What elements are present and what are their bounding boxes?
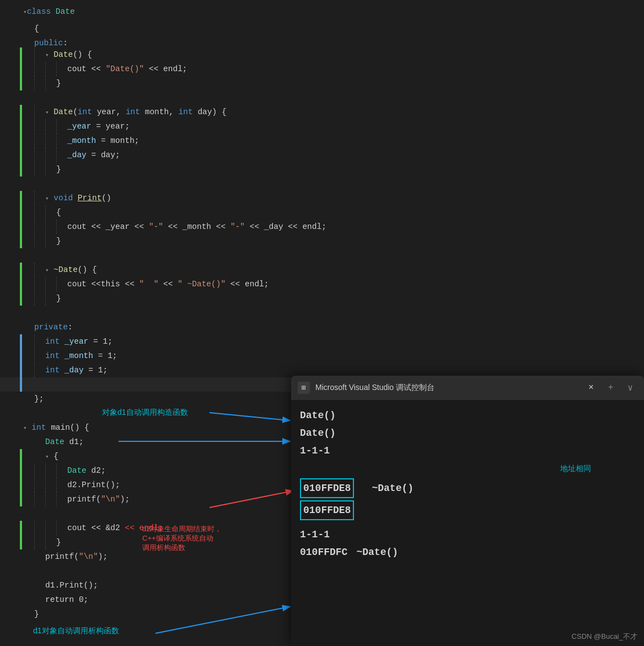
- terminal-output-addr-label: 地址相同: [300, 460, 635, 477]
- annotation-d1-dest: d1对象自动调用析构函数: [33, 626, 119, 635]
- code-content-17: }: [23, 234, 61, 248]
- green-bar-5: [20, 62, 22, 76]
- terminal-expand-button[interactable]: ∨: [623, 381, 637, 394]
- code-content-11: _day = day;: [23, 148, 120, 162]
- code-content-8: Date(int year, int month, int day) {: [23, 105, 227, 120]
- terminal-title: Microsoft Visual Studio 调试控制台: [315, 383, 578, 393]
- code-content-38: }: [23, 535, 61, 549]
- code-content-19: ~Date() {: [23, 263, 97, 277]
- terminal-addr-box-1: 010FFDE8: [300, 478, 354, 498]
- code-content-10: _month = month;: [23, 134, 139, 148]
- code-line-18: [0, 248, 644, 263]
- terminal-titlebar: ⊞ Microsoft Visual Studio 调试控制台 × + ∨: [291, 376, 644, 400]
- code-content-25: int _month = 1;: [23, 349, 117, 363]
- green-bar-12: [20, 162, 22, 177]
- code-line-9: _year = year;: [0, 119, 644, 134]
- terminal-text-3: 1-1-1: [300, 442, 330, 460]
- green-bar-33: [20, 463, 22, 478]
- terminal-tilde-2: ~Date(): [356, 543, 398, 561]
- terminal-output-2: Date(): [300, 424, 635, 442]
- code-content-43: }: [23, 607, 39, 621]
- blue-bar-26: [20, 363, 22, 377]
- code-line-23: private:: [0, 320, 644, 334]
- green-bar-9: [20, 119, 22, 134]
- green-bar-4: [20, 47, 22, 62]
- code-content-20: cout <<this << " " << " ~Date()" << endl…: [23, 277, 269, 291]
- terminal-body: Date() Date() 1-1-1 地址相同 010FFDE8 ~Date(…: [291, 400, 644, 646]
- terminal-text-1: Date(): [300, 407, 336, 424]
- addr-same-label: 地址相同: [560, 460, 591, 477]
- green-bar-6: [20, 76, 22, 90]
- terminal-text-4: 1-1-1: [300, 526, 330, 543]
- blue-bar-27: [20, 377, 22, 392]
- code-line-8: Date(int year, int month, int day) {: [0, 105, 644, 119]
- code-line-15: {: [0, 205, 644, 220]
- code-line-22: [0, 306, 644, 320]
- green-bar-21: [20, 291, 22, 306]
- code-line-17: }: [0, 234, 644, 248]
- code-content-28: };: [23, 392, 44, 406]
- code-content-21: }: [23, 291, 61, 306]
- code-content-32: {: [23, 449, 58, 464]
- code-line-2: {: [0, 19, 644, 33]
- watermark: CSDN @Bucai_不才: [572, 632, 637, 642]
- green-bar-11: [20, 148, 22, 162]
- code-line-3: public:: [0, 33, 644, 47]
- blue-bar-25: [20, 349, 22, 363]
- code-editor: class Date { public: Date() { cout << "D…: [0, 0, 644, 646]
- code-line-13: [0, 177, 644, 191]
- terminal-close-button[interactable]: ×: [584, 382, 598, 394]
- green-bar-35: [20, 492, 22, 506]
- green-bar-38: [20, 535, 22, 549]
- code-content-12: }: [23, 162, 61, 177]
- green-bar-34: [20, 478, 22, 492]
- terminal-panel: ⊞ Microsoft Visual Studio 调试控制台 × + ∨ Da…: [291, 376, 644, 646]
- fold-icon-1[interactable]: [23, 9, 27, 15]
- green-bar-16: [20, 220, 22, 234]
- code-line-20: cout <<this << " " << " ~Date()" << endl…: [0, 277, 644, 291]
- code-content-16: cout << _year << "-" << _month << "-" <<…: [23, 220, 326, 234]
- green-bar-19: [20, 263, 22, 277]
- code-line-25: int _month = 1;: [0, 349, 644, 363]
- green-bar-8: [20, 105, 22, 119]
- code-line-24: int _year = 1;: [0, 334, 644, 349]
- code-line-11: _day = day;: [0, 148, 644, 162]
- code-content-15: {: [23, 205, 61, 220]
- terminal-output-3: 1-1-1: [300, 442, 635, 460]
- code-content-35: printf("\n");: [23, 492, 130, 506]
- code-content-5: cout << "Date()" << endl;: [23, 62, 187, 76]
- terminal-icon: ⊞: [298, 382, 310, 394]
- code-line-5: cout << "Date()" << endl;: [0, 62, 644, 76]
- code-content-39: printf("\n");: [23, 549, 108, 564]
- terminal-addr-box-2: 010FFDE8: [300, 500, 354, 520]
- blue-bar-24: [20, 334, 22, 349]
- green-bar-37: [20, 521, 22, 535]
- terminal-output-4: 1-1-1: [300, 526, 635, 543]
- green-bar-14: [20, 191, 22, 205]
- green-bar-15: [20, 205, 22, 220]
- code-content-24: int _year = 1;: [23, 334, 112, 349]
- code-line-6: }: [0, 76, 644, 90]
- green-bar-20: [20, 277, 22, 291]
- code-content-23: private:: [23, 320, 73, 334]
- code-content-34: d2.Print();: [23, 478, 120, 492]
- code-content-14: void Print(): [23, 191, 111, 206]
- green-bar-32: [20, 449, 22, 463]
- terminal-output-1: Date(): [300, 407, 635, 424]
- terminal-output-addr2: 010FFDE8: [300, 499, 635, 521]
- green-bar-17: [20, 234, 22, 248]
- code-content-6: }: [23, 76, 61, 90]
- green-bar-10: [20, 134, 22, 148]
- code-content-4: Date() {: [23, 47, 92, 62]
- code-line-14: void Print(): [0, 191, 644, 205]
- code-line-4: Date() {: [0, 47, 644, 62]
- terminal-output-addr1: 010FFDE8 ~Date(): [300, 477, 635, 499]
- code-content-33: Date d2;: [23, 463, 106, 478]
- code-line-21: }: [0, 291, 644, 306]
- code-line-12: }: [0, 162, 644, 177]
- terminal-add-button[interactable]: +: [604, 382, 618, 394]
- terminal-tilde-1: ~Date(): [372, 479, 414, 497]
- code-line-10: _month = month;: [0, 134, 644, 148]
- code-line-16: cout << _year << "-" << _month << "-" <<…: [0, 220, 644, 234]
- terminal-addr-3: 010FFDFC: [300, 543, 347, 561]
